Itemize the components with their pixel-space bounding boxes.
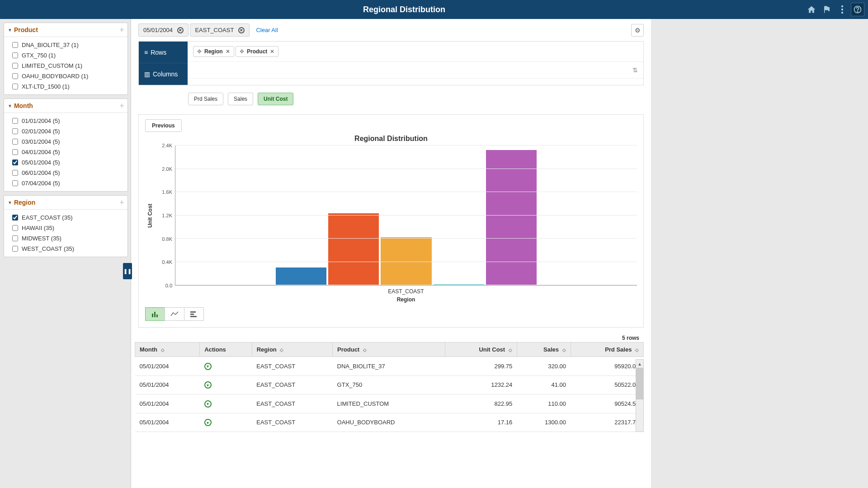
help-icon[interactable]	[851, 3, 864, 16]
plus-icon[interactable]: +	[120, 198, 124, 206]
chart-type-line-button[interactable]	[165, 307, 184, 321]
facet-item[interactable]: 01/01/2004 (5)	[4, 116, 127, 126]
chart-bar[interactable]	[276, 267, 326, 285]
remove-chip-icon[interactable]: ✕	[238, 27, 245, 33]
filter-chip[interactable]: 05/01/2004✕	[138, 23, 189, 37]
filter-chip[interactable]: EAST_COAST✕	[190, 23, 250, 37]
facet-header[interactable]: ▼Month+	[4, 99, 127, 113]
cell-unit-cost: 1232.24	[445, 375, 517, 394]
sort-icon[interactable]: ◇	[280, 347, 283, 352]
facet-item[interactable]: EAST_COAST (35)	[4, 212, 127, 223]
svg-rect-10	[190, 316, 197, 317]
grid-line	[175, 192, 637, 192]
facet-item[interactable]: 05/01/2004 (5)	[4, 157, 127, 168]
plus-icon[interactable]: +	[120, 102, 124, 110]
previous-button[interactable]: Previous	[145, 119, 182, 132]
facet-header[interactable]: ▼Region+	[4, 196, 127, 210]
column-header[interactable]: Sales ◇	[517, 343, 571, 357]
facet-item[interactable]: GTX_750 (1)	[4, 50, 127, 61]
sort-icon[interactable]: ◇	[562, 347, 566, 352]
facet-checkbox[interactable]	[12, 128, 18, 134]
clear-all-link[interactable]: Clear All	[256, 27, 278, 33]
row-action-icon[interactable]: ▾	[204, 381, 212, 389]
tab-columns[interactable]: ▥ Columns	[139, 63, 188, 85]
sort-icon[interactable]: ◇	[635, 347, 639, 352]
facet-item[interactable]: 07/04/2004 (5)	[4, 178, 127, 188]
row-action-icon[interactable]: ▾	[204, 400, 212, 408]
facet-checkbox[interactable]	[12, 118, 18, 124]
dimension-chip[interactable]: ✥Product✕	[236, 46, 278, 57]
column-header[interactable]: Product ◇	[333, 343, 445, 357]
chart-y-axis: 2.4K2.0K1.6K1.2K0.8K0.4K0.0	[153, 145, 175, 286]
facet-region: ▼Region+EAST_COAST (35)HAWAII (35)MIDWES…	[4, 195, 128, 257]
facet-checkbox[interactable]	[12, 149, 18, 155]
facet-item[interactable]: DNA_BIOLITE_37 (1)	[4, 40, 127, 50]
facet-checkbox[interactable]	[12, 84, 18, 89]
facet-item[interactable]: HAWAII (35)	[4, 223, 127, 233]
facet-item[interactable]: 04/01/2004 (5)	[4, 147, 127, 157]
facet-checkbox[interactable]	[12, 180, 18, 186]
facet-checkbox[interactable]	[12, 225, 18, 231]
facet-checkbox[interactable]	[12, 170, 18, 176]
facet-checkbox[interactable]	[12, 52, 18, 58]
facet-checkbox[interactable]	[12, 139, 18, 145]
facet-checkbox[interactable]	[12, 215, 18, 221]
column-header[interactable]: Month ◇	[135, 343, 200, 357]
row-action-icon[interactable]: ▾	[204, 419, 212, 426]
home-icon[interactable]	[805, 3, 818, 16]
remove-dim-icon[interactable]: ✕	[226, 48, 230, 55]
svg-rect-9	[190, 314, 194, 315]
svg-point-4	[857, 11, 858, 12]
swap-axes-icon[interactable]: ⇅	[632, 66, 638, 74]
chart-bar[interactable]	[328, 213, 379, 285]
facet-checkbox[interactable]	[12, 235, 18, 241]
facet-product: ▼Product+DNA_BIOLITE_37 (1)GTX_750 (1)LI…	[4, 23, 128, 95]
facet-item[interactable]: LIMITED_CUSTOM (1)	[4, 61, 127, 71]
measure-chip[interactable]: Prd Sales	[188, 93, 223, 105]
chart-type-bar-button[interactable]	[145, 307, 165, 321]
flag-icon[interactable]	[820, 3, 834, 16]
table-scrollbar[interactable]: ▲	[636, 359, 644, 432]
facet-item[interactable]: 03/01/2004 (5)	[4, 136, 127, 147]
column-header[interactable]: Prd Sales ◇	[571, 343, 643, 357]
facet-checkbox[interactable]	[12, 160, 18, 165]
column-header[interactable]: Region ◇	[252, 343, 332, 357]
chart-bar[interactable]	[486, 150, 537, 285]
gear-icon[interactable]: ⚙	[631, 24, 644, 37]
remove-chip-icon[interactable]: ✕	[177, 27, 184, 33]
facet-item[interactable]: OAHU_BODYBOARD (1)	[4, 71, 127, 81]
facet-month: ▼Month+01/01/2004 (5)02/01/2004 (5)03/01…	[4, 99, 128, 192]
facet-item-label: DNA_BIOLITE_37 (1)	[22, 42, 79, 48]
column-header[interactable]: Unit Cost ◇	[445, 343, 517, 357]
dimension-chip[interactable]: ✥Region✕	[193, 46, 234, 57]
plus-icon[interactable]: +	[120, 26, 124, 34]
tab-rows[interactable]: ≡ Rows	[139, 42, 188, 63]
cell-sales: 110.00	[517, 394, 571, 413]
y-tick-label: 0.8K	[162, 236, 172, 242]
facet-header[interactable]: ▼Product+	[4, 23, 127, 37]
facet-checkbox[interactable]	[12, 42, 18, 48]
sort-icon[interactable]: ◇	[161, 347, 165, 352]
facet-checkbox[interactable]	[12, 246, 18, 252]
sort-icon[interactable]: ◇	[509, 347, 512, 352]
facet-item[interactable]: 02/01/2004 (5)	[4, 126, 127, 136]
row-action-icon[interactable]: ▾	[204, 363, 212, 370]
sidebar-collapse-handle[interactable]: ❚❚	[123, 263, 132, 279]
column-header[interactable]: Actions	[200, 343, 252, 357]
sort-icon[interactable]: ◇	[363, 347, 367, 352]
facet-item[interactable]: XLT-LTD_1500 (1)	[4, 81, 127, 92]
facet-item[interactable]: WEST_COAST (35)	[4, 244, 127, 254]
facet-item[interactable]: 06/01/2004 (5)	[4, 168, 127, 178]
measure-chip[interactable]: Sales	[228, 93, 253, 105]
facet-checkbox[interactable]	[12, 73, 18, 79]
scroll-up-arrow[interactable]: ▲	[636, 360, 643, 368]
menu-dots-icon[interactable]	[835, 3, 849, 16]
chart-type-hbar-button[interactable]	[184, 307, 204, 321]
scroll-thumb[interactable]	[636, 368, 643, 399]
measure-chip[interactable]: Unit Cost	[258, 93, 293, 105]
chart-x-label: Region	[175, 295, 637, 303]
remove-dim-icon[interactable]: ✕	[270, 48, 274, 55]
sidebar: ▼Product+DNA_BIOLITE_37 (1)GTX_750 (1)LI…	[0, 19, 131, 488]
facet-item[interactable]: MIDWEST (35)	[4, 233, 127, 244]
facet-checkbox[interactable]	[12, 63, 18, 69]
